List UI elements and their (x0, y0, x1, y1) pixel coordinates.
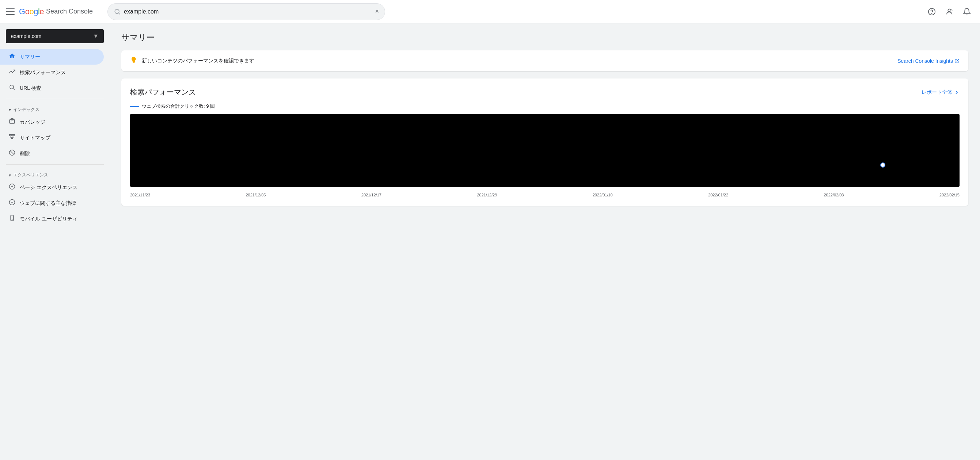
clear-icon[interactable]: × (375, 8, 379, 15)
chart-data-point (880, 162, 885, 168)
sidebar-divider-1 (6, 99, 104, 99)
arrow-down-icon-2: ▾ (9, 173, 11, 178)
search-icon (114, 8, 121, 15)
x-label-6: 2022/02/03 (824, 193, 844, 197)
app-logo: Google Search Console (19, 7, 93, 16)
sidebar-section-experience[interactable]: ▾ エクスペリエンス (0, 168, 110, 179)
sidebar-item-url-inspection[interactable]: URL 検査 (0, 80, 104, 96)
x-label-5: 2022/01/22 (708, 193, 728, 197)
performance-card: 検索パフォーマンス レポート全体 ウェブ検索の合計クリック数: 9 回 2021… (121, 78, 968, 206)
sidebar-section-index[interactable]: ▾ インデックス (0, 102, 110, 114)
app-name-label: Search Console (46, 8, 93, 15)
search-bar[interactable]: × (107, 3, 385, 20)
search-input[interactable] (124, 8, 372, 15)
sidebar-label-mobile-usability: モバイル ユーザビリティ (20, 216, 78, 222)
sidebar-divider-2 (6, 164, 104, 165)
sitemaps-icon (9, 133, 15, 142)
coverage-icon (9, 118, 15, 126)
svg-rect-14 (10, 134, 11, 136)
perf-card-header: 検索パフォーマンス レポート全体 (130, 87, 959, 97)
sidebar-label-coverage: カバレッジ (20, 119, 45, 125)
sidebar-label-removal: 削除 (20, 151, 30, 157)
x-label-1: 2021/12/05 (245, 193, 266, 197)
search-console-insights-link[interactable]: Search Console Insights (897, 58, 959, 64)
trending-up-icon (9, 68, 15, 77)
sidebar-label-summary: サマリー (20, 54, 40, 60)
page-title: サマリー (121, 32, 968, 43)
svg-line-9 (13, 88, 14, 89)
info-banner: 新しいコンテツのパフォーマンスを確認できます Search Console In… (121, 51, 968, 71)
x-label-4: 2022/01/10 (593, 193, 613, 197)
sidebar-label-url-inspection: URL 検査 (20, 85, 41, 92)
report-link-label: レポート全体 (921, 89, 952, 96)
svg-rect-21 (11, 137, 13, 139)
page-layout: example.com ▼ サマリー 検索パフォーマンス (0, 23, 980, 460)
svg-point-0 (115, 9, 119, 14)
web-vitals-icon (9, 199, 15, 207)
sidebar-label-sitemaps: サイトマップ (20, 135, 51, 141)
menu-icon[interactable] (6, 7, 14, 16)
svg-rect-15 (11, 134, 13, 136)
x-label-0: 2021/11/23 (130, 193, 150, 197)
sidebar-label-web-vitals: ウェブに関する主な指標 (20, 200, 76, 207)
property-selector[interactable]: example.com ▼ (6, 29, 104, 43)
insights-link-label: Search Console Insights (897, 58, 953, 64)
property-label: example.com (11, 33, 41, 39)
chart-x-axis: 2021/11/23 2021/12/05 2021/12/17 2021/12… (130, 190, 959, 197)
removal-icon (9, 149, 15, 158)
x-label-7: 2022/02/15 (939, 193, 959, 197)
notifications-button[interactable] (959, 5, 974, 19)
section-experience-label: エクスペリエンス (13, 172, 48, 178)
chevron-down-icon: ▼ (93, 33, 99, 40)
info-banner-left: 新しいコンテツのパフォーマンスを確認できます (130, 56, 254, 65)
svg-line-23 (10, 151, 14, 155)
mobile-icon (9, 215, 15, 223)
topbar: Google Search Console × (0, 0, 980, 23)
info-banner-text: 新しいコンテツのパフォーマンスを確認できます (142, 58, 254, 64)
page-experience-icon (9, 183, 15, 192)
svg-point-4 (948, 9, 950, 11)
report-full-link[interactable]: レポート全体 (921, 89, 959, 96)
sidebar-item-web-vitals[interactable]: ウェブに関する主な指標 (0, 195, 104, 211)
sidebar: example.com ▼ サマリー 検索パフォーマンス (0, 23, 110, 460)
sidebar-item-mobile-usability[interactable]: モバイル ユーザビリティ (0, 211, 104, 227)
sidebar-item-summary[interactable]: サマリー (0, 49, 104, 65)
sidebar-item-coverage[interactable]: カバレッジ (0, 114, 104, 130)
svg-rect-16 (13, 134, 15, 136)
sidebar-item-removal[interactable]: 削除 (0, 146, 104, 161)
home-icon (9, 52, 15, 61)
sidebar-label-page-experience: ページ エクスペリエンス (20, 184, 78, 191)
sidebar-item-sitemaps[interactable]: サイトマップ (0, 130, 104, 146)
section-index-label: インデックス (13, 106, 40, 113)
x-label-2: 2021/12/17 (361, 193, 382, 197)
arrow-down-icon: ▾ (9, 107, 11, 113)
legend-line (130, 106, 139, 107)
svg-line-31 (957, 59, 959, 61)
topbar-actions (924, 5, 974, 19)
google-wordmark: Google (19, 7, 44, 16)
sidebar-label-search-performance: 検索パフォーマンス (20, 69, 66, 76)
url-search-icon (9, 84, 15, 92)
main-content: サマリー 新しいコンテツのパフォーマンスを確認できます Search Conso… (110, 23, 980, 460)
svg-line-1 (119, 13, 120, 14)
x-label-3: 2021/12/29 (477, 193, 497, 197)
help-button[interactable] (924, 5, 939, 19)
svg-point-8 (10, 85, 14, 89)
clicks-label: ウェブ検索の合計クリック数: 9 回 (142, 103, 215, 109)
clicks-legend: ウェブ検索の合計クリック数: 9 回 (130, 103, 959, 109)
perf-card-title: 検索パフォーマンス (130, 87, 196, 97)
accounts-button[interactable] (942, 5, 957, 19)
bulb-icon (130, 56, 137, 65)
sidebar-item-page-experience[interactable]: ページ エクスペリエンス (0, 179, 104, 195)
performance-chart (130, 114, 959, 187)
svg-rect-11 (10, 120, 14, 124)
sidebar-item-search-performance[interactable]: 検索パフォーマンス (0, 65, 104, 80)
